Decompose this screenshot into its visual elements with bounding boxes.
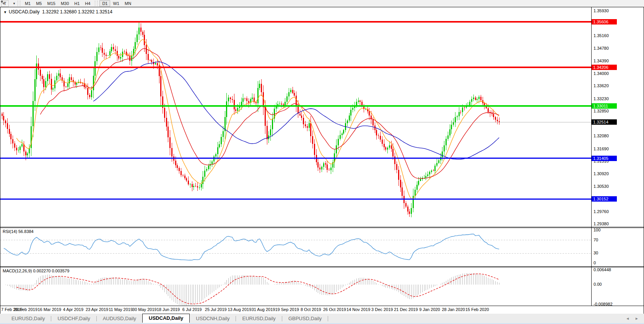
ohlc-close: 1.32514	[96, 9, 112, 15]
ohlc-open: 1.32292	[42, 9, 59, 15]
chart-title: ▼USDCAD,Daily 1.32292 1.32680 1.32292 1.…	[3, 9, 112, 15]
price-tick: 1.33230	[594, 96, 609, 101]
macd-tick: -0.008982	[594, 302, 613, 306]
date-label: 21 Dec 2019	[394, 307, 418, 312]
date-label: 6 Jul 2019	[182, 307, 202, 312]
tab-audusd[interactable]: AUDUSD,Daily	[97, 314, 142, 322]
price-tick: 1.34390	[594, 59, 609, 63]
price-chart-panel[interactable]: ▼USDCAD,Daily 1.32292 1.32680 1.32292 1.…	[0, 7, 644, 227]
level-price-badge: 1.35606	[592, 19, 617, 24]
rsi-label: RSI(14) 56.8384	[3, 229, 34, 234]
ohlc-low: 1.32292	[78, 9, 94, 15]
price-tick: 1.29760	[594, 209, 609, 214]
macd-values: 0.002270 0.003579	[33, 269, 69, 273]
price-tick: 1.34780	[594, 46, 609, 50]
timeframe-h1-button[interactable]: H1	[72, 0, 82, 7]
price-tick: 1.34000	[594, 71, 609, 76]
tab-usdcad-active[interactable]: USDCAD,Daily	[142, 314, 190, 323]
price-tick: 1.32850	[594, 109, 609, 113]
timeframe-h4-button[interactable]: H4	[82, 0, 93, 7]
price-tick: 1.35160	[594, 33, 609, 38]
top-toolbar: T ▼ M1 M5 M15 M30 H1 H4 D1 W1 MN	[0, 0, 644, 7]
date-label: 26 Feb 2019	[14, 307, 37, 312]
date-label: 19 Sep 2019	[275, 307, 299, 312]
level-price-badge: 1.31405	[592, 156, 617, 161]
timeframe-m5-button[interactable]: M5	[33, 0, 44, 7]
price-tick: 1.32080	[594, 134, 609, 138]
chevron-down-icon: ▼	[13, 2, 16, 5]
timeframe-m1-button[interactable]: M1	[22, 0, 33, 7]
price-tick: 1.29380	[594, 221, 609, 226]
rsi-tick: 0	[594, 261, 596, 265]
tab-gbpusd[interactable]: GBPUSD,Daily	[282, 314, 328, 322]
date-label: 13 Aug 2019	[228, 307, 251, 312]
date-label: 26 Oct 2019	[323, 307, 346, 312]
date-label: 3 Dec 2019	[371, 307, 393, 312]
tab-usdcnh[interactable]: USDCNH,Daily	[190, 314, 236, 322]
price-tick: 1.31690	[594, 147, 609, 151]
current-price-badge: 1.32514	[592, 119, 617, 125]
timeframe-w1-button[interactable]: W1	[110, 0, 122, 7]
tab-usdchf[interactable]: USDCHF,Daily	[51, 314, 96, 322]
chart-symbol: USDCAD,Daily	[9, 9, 40, 15]
date-axis[interactable]: 7 Feb 201926 Feb 201916 Mar 20194 Apr 20…	[0, 306, 644, 314]
toolbar-separator	[18, 1, 20, 6]
tab-eurusd-2[interactable]: EURUSD,Daily	[236, 314, 281, 322]
tabs-scroll-right-icon[interactable]: ►	[635, 316, 639, 321]
symbol-tab-bar: EURUSD,Daily USDCHF,Daily AUDUSD,Daily U…	[0, 314, 644, 323]
date-label: 28 Jan 2020	[442, 307, 465, 312]
chevron-down-icon: ▼	[3, 10, 7, 14]
date-label: 23 Apr 2019	[86, 307, 108, 312]
date-label: 4 Apr 2019	[63, 307, 83, 312]
date-label: 8 Oct 2019	[301, 307, 321, 312]
date-label: 31 Aug 2019	[252, 307, 275, 312]
level-price-badge: 1.34206	[592, 65, 617, 70]
date-label: 9 Jan 2020	[419, 307, 440, 312]
price-tick: 1.30530	[594, 184, 609, 189]
timeframe-mn-button[interactable]: MN	[122, 0, 134, 7]
price-tick: 1.33620	[594, 83, 609, 88]
toolbar-separator	[95, 1, 98, 6]
level-price-badge: 1.33011	[592, 103, 617, 109]
rsi-panel[interactable]: RSI(14) 56.8384 10070300	[0, 228, 644, 266]
macd-tick: 0.00	[594, 282, 602, 287]
chart-window: ▼USDCAD,Daily 1.32292 1.32680 1.32292 1.…	[0, 7, 644, 314]
rsi-tick: 30	[594, 251, 598, 255]
macd-panel[interactable]: MACD(12,26,9) 0.002270 0.003579 0.006448…	[0, 267, 644, 306]
macd-tick: 0.006448	[594, 267, 611, 272]
price-tick: 1.35930	[594, 8, 609, 13]
timeframe-d1-button[interactable]: D1	[99, 0, 110, 7]
tabs-scroll-left-icon[interactable]: ◄	[626, 316, 629, 321]
tab-separator	[328, 316, 328, 321]
date-label: 15 Feb 2020	[465, 307, 489, 312]
date-label: 16 Mar 2019	[37, 307, 61, 312]
price-tick: 1.30920	[594, 171, 609, 176]
timeframe-m15-button[interactable]: M15	[44, 0, 58, 7]
rsi-tick: 100	[594, 228, 600, 232]
date-label: 18 Jun 2019	[157, 307, 180, 312]
macd-label: MACD(12,26,9) 0.002270 0.003579	[3, 269, 69, 273]
rsi-tick: 70	[594, 238, 598, 242]
style-tool-button[interactable]: ▼	[12, 2, 16, 5]
timeframe-m30-button[interactable]: M30	[58, 0, 72, 7]
tab-eurusd-1[interactable]: EURUSD,Daily	[5, 314, 51, 322]
ohlc-high: 1.32680	[60, 9, 76, 15]
rsi-value: 56.8384	[18, 229, 34, 234]
date-label: 25 Jul 2019	[205, 307, 227, 312]
date-label: 14 Nov 2019	[346, 307, 370, 312]
date-label: 11 May 2019	[109, 307, 133, 312]
date-label: 30 May 2019	[132, 307, 157, 312]
level-price-badge: 1.30152	[592, 196, 617, 202]
